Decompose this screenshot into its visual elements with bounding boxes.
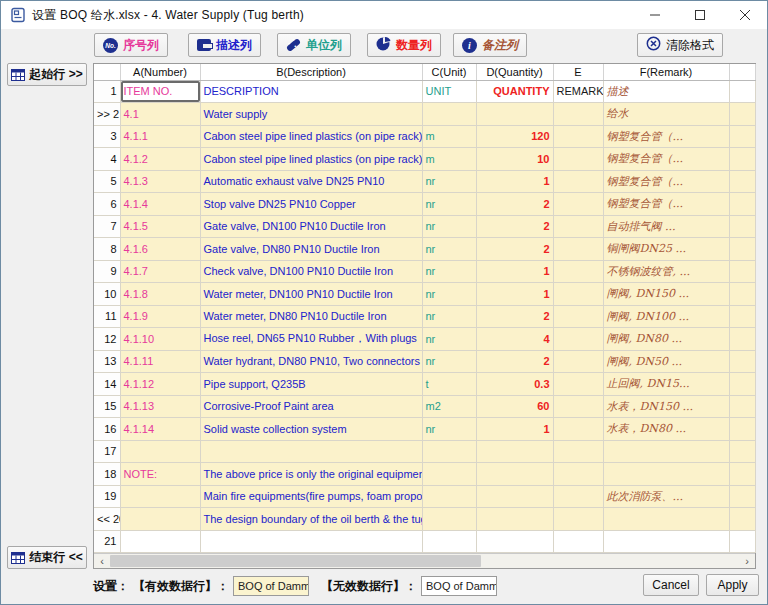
grid-cell-b7[interactable]: Gate valve, DN100 PN10 Ductile Iron	[200, 215, 422, 238]
row-header-10[interactable]: 10	[94, 283, 120, 306]
scroll-right-arrow[interactable]: ›	[739, 554, 755, 568]
grid-cell-e9[interactable]	[553, 260, 603, 283]
grid-cell-b5[interactable]: Automatic exhaust valve DN25 PN10	[200, 170, 422, 193]
grid-cell-trailing-1[interactable]	[729, 80, 755, 103]
grid-cell-e18[interactable]	[553, 463, 603, 486]
grid-cell-b1[interactable]: DESCRIPTION	[200, 80, 422, 103]
grid-cell-b17[interactable]	[200, 440, 422, 463]
row-header-12[interactable]: 12	[94, 328, 120, 351]
horizontal-scrollbar[interactable]: ‹ ›	[94, 553, 755, 568]
grid-cell-a14[interactable]: 4.1.12	[120, 373, 200, 396]
grid-cell-c12[interactable]: nr	[422, 328, 476, 351]
grid-cell-e8[interactable]	[553, 238, 603, 261]
grid-cell-c8[interactable]: nr	[422, 238, 476, 261]
grid-cell-f20[interactable]	[603, 508, 729, 531]
row-header-6[interactable]: 6	[94, 193, 120, 216]
grid-cell-e2[interactable]	[553, 103, 603, 126]
grid-cell-e10[interactable]	[553, 283, 603, 306]
corner-header[interactable]	[94, 64, 120, 80]
grid-cell-d17[interactable]	[476, 440, 553, 463]
row-header-17[interactable]: 17	[94, 440, 120, 463]
grid-cell-e12[interactable]	[553, 328, 603, 351]
grid-cell-d18[interactable]	[476, 463, 553, 486]
grid-cell-d14[interactable]: 0.3	[476, 373, 553, 396]
grid-cell-trailing-19[interactable]	[729, 485, 755, 508]
grid-cell-trailing-12[interactable]	[729, 328, 755, 351]
grid-cell-c10[interactable]: nr	[422, 283, 476, 306]
grid-cell-c13[interactable]: nr	[422, 350, 476, 373]
grid-cell-a9[interactable]: 4.1.7	[120, 260, 200, 283]
grid-cell-b20[interactable]: The design boundary of the oil berth & t…	[200, 508, 422, 531]
end-row-button[interactable]: 结束行 <<	[7, 546, 87, 569]
grid-cell-c3[interactable]: m	[422, 125, 476, 148]
grid-cell-trailing-4[interactable]	[729, 148, 755, 171]
grid-cell-d21[interactable]	[476, 530, 553, 553]
grid-cell-f2[interactable]: 给水	[603, 103, 729, 126]
grid-cell-trailing-7[interactable]	[729, 215, 755, 238]
grid-cell-trailing-10[interactable]	[729, 283, 755, 306]
scroll-left-arrow[interactable]: ‹	[94, 554, 110, 568]
grid-cell-e5[interactable]	[553, 170, 603, 193]
column-header-b[interactable]: B(Description)	[200, 64, 422, 80]
grid-cell-a10[interactable]: 4.1.8	[120, 283, 200, 306]
grid-cell-f11[interactable]: 闸阀, DN100 ...	[603, 305, 729, 328]
grid-cell-e21[interactable]	[553, 530, 603, 553]
grid-cell-a5[interactable]: 4.1.3	[120, 170, 200, 193]
grid-cell-trailing-9[interactable]	[729, 260, 755, 283]
row-header-18[interactable]: 18	[94, 463, 120, 486]
row-header-1[interactable]: 1	[94, 80, 120, 103]
grid-cell-e15[interactable]	[553, 395, 603, 418]
column-header-f[interactable]: F(Remark)	[603, 64, 729, 80]
grid-cell-c6[interactable]: nr	[422, 193, 476, 216]
row-header-4[interactable]: 4	[94, 148, 120, 171]
grid-cell-c14[interactable]: t	[422, 373, 476, 396]
row-header-21[interactable]: 21	[94, 530, 120, 553]
invalid-rows-input[interactable]: BOQ of Damm...	[421, 576, 497, 596]
grid-cell-d6[interactable]: 2	[476, 193, 553, 216]
grid-cell-c1[interactable]: UNIT	[422, 80, 476, 103]
grid-cell-e14[interactable]	[553, 373, 603, 396]
grid-cell-trailing-21[interactable]	[729, 530, 755, 553]
grid-cell-b12[interactable]: Hose reel, DN65 PN10 Rubber，With plugs	[200, 328, 422, 351]
grid-cell-f9[interactable]: 不锈钢波纹管, ...	[603, 260, 729, 283]
number-column-button[interactable]: No. 序号列	[94, 33, 168, 57]
grid-cell-trailing-8[interactable]	[729, 238, 755, 261]
maximize-button[interactable]	[677, 1, 722, 29]
row-header-16[interactable]: 16	[94, 418, 120, 441]
grid-cell-f10[interactable]: 闸阀, DN150 ...	[603, 283, 729, 306]
grid-cell-a18[interactable]: NOTE:	[120, 463, 200, 486]
grid-cell-d2[interactable]	[476, 103, 553, 126]
grid-cell-trailing-5[interactable]	[729, 170, 755, 193]
grid-cell-trailing-13[interactable]	[729, 350, 755, 373]
grid-cell-b13[interactable]: Water hydrant, DN80 PN10, Two connectors	[200, 350, 422, 373]
grid-cell-trailing-3[interactable]	[729, 125, 755, 148]
row-header-15[interactable]: 15	[94, 395, 120, 418]
description-column-button[interactable]: 描述列	[188, 33, 261, 57]
grid-cell-e7[interactable]	[553, 215, 603, 238]
grid-cell-e17[interactable]	[553, 440, 603, 463]
grid-cell-a2[interactable]: 4.1	[120, 103, 200, 126]
grid-cell-c17[interactable]	[422, 440, 476, 463]
grid-cell-trailing-20[interactable]	[729, 508, 755, 531]
apply-button[interactable]: Apply	[706, 574, 759, 596]
row-header-5[interactable]: 5	[94, 170, 120, 193]
grid-cell-b8[interactable]: Gate valve, DN80 PN10 Ductile Iron	[200, 238, 422, 261]
grid-cell-d1[interactable]: QUANTITY	[476, 80, 553, 103]
grid-cell-f16[interactable]: 水表，DN80 ...	[603, 418, 729, 441]
grid-cell-b15[interactable]: Corrosive-Proof Paint area	[200, 395, 422, 418]
grid-cell-d10[interactable]: 1	[476, 283, 553, 306]
grid-cell-a4[interactable]: 4.1.2	[120, 148, 200, 171]
column-header-c[interactable]: C(Unit)	[422, 64, 476, 80]
grid-cell-e20[interactable]	[553, 508, 603, 531]
row-header-3[interactable]: 3	[94, 125, 120, 148]
grid-cell-a12[interactable]: 4.1.10	[120, 328, 200, 351]
grid-cell-d16[interactable]: 1	[476, 418, 553, 441]
grid-cell-b11[interactable]: Water meter, DN80 PN10 Ductile Iron	[200, 305, 422, 328]
grid-cell-trailing-17[interactable]	[729, 440, 755, 463]
grid-cell-trailing-14[interactable]	[729, 373, 755, 396]
grid-cell-b16[interactable]: Solid waste collection system	[200, 418, 422, 441]
grid-cell-c19[interactable]	[422, 485, 476, 508]
column-header-d[interactable]: D(Quantity)	[476, 64, 553, 80]
grid-cell-d11[interactable]: 2	[476, 305, 553, 328]
grid-cell-c15[interactable]: m2	[422, 395, 476, 418]
